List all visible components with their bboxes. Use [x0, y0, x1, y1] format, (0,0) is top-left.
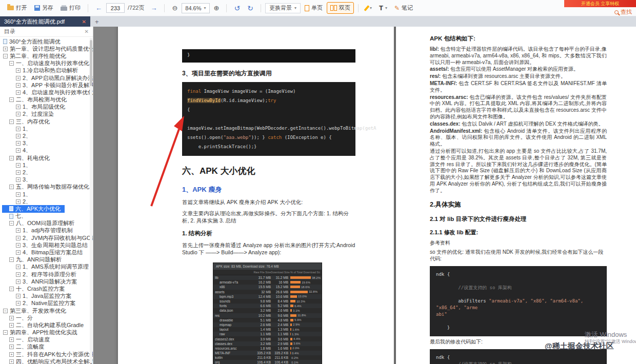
highlighter-tool[interactable]: ▾: [363, 4, 375, 13]
expand-icon[interactable]: +: [16, 199, 21, 204]
toc-item[interactable]: +3、: [2, 140, 93, 147]
expand-icon[interactable]: +: [3, 47, 8, 51]
collapse-icon[interactable]: −: [9, 287, 14, 291]
collapse-icon[interactable]: −: [3, 309, 8, 313]
toc-item[interactable]: −第四章、APP性能优化实战: [2, 329, 93, 336]
collapse-icon[interactable]: −: [9, 221, 14, 226]
toc-item[interactable]: +2、程序等待原理分析: [2, 271, 93, 278]
toc-item[interactable]: −第二章、程序性能优化: [2, 52, 93, 59]
expand-icon[interactable]: +: [16, 236, 21, 240]
toc-item[interactable]: +第一章、设计思想与代码质量优化: [2, 45, 93, 52]
toc-item[interactable]: +4、: [2, 147, 93, 154]
expand-icon[interactable]: +: [16, 228, 21, 233]
collapse-icon[interactable]: −: [9, 61, 14, 66]
toc-item[interactable]: +2、: [2, 132, 93, 139]
expand-icon[interactable]: +: [16, 265, 21, 269]
collapse-icon[interactable]: −: [3, 54, 8, 58]
redo-button[interactable]: ↻: [244, 3, 256, 14]
toc-item[interactable]: −五、网络传输与数据存储优化: [2, 184, 93, 191]
toc-item[interactable]: −第三章、开发效率优化: [2, 307, 93, 314]
open-button[interactable]: 打开: [4, 3, 30, 13]
text-tool[interactable]: T ▾: [376, 3, 390, 13]
toc-item[interactable]: −三、内存优化: [2, 118, 93, 125]
note-tool[interactable]: ✎ 笔记: [391, 3, 416, 13]
toc-item[interactable]: +1、布局层级优化: [2, 104, 93, 111]
collapse-icon[interactable]: −: [9, 156, 14, 160]
expand-icon[interactable]: +: [16, 134, 21, 138]
toc-item[interactable]: +2、过度渲染: [2, 111, 93, 118]
toc-item[interactable]: −九、ANR问题解析: [2, 256, 93, 264]
expand-icon[interactable]: +: [9, 345, 14, 349]
undo-button[interactable]: ↺: [231, 3, 243, 14]
expand-icon[interactable]: +: [9, 323, 14, 328]
sidebar-scrollbar[interactable]: [90, 38, 92, 363]
collapse-icon[interactable]: −: [9, 257, 14, 262]
expand-icon[interactable]: +: [16, 272, 21, 277]
expand-icon[interactable]: +: [16, 148, 21, 153]
change-background-dropdown[interactable]: 更换背景 ▾: [265, 3, 301, 13]
find-button[interactable]: 查找: [614, 8, 632, 16]
close-tab-icon[interactable]: ✕: [82, 19, 86, 25]
expand-icon[interactable]: +: [9, 316, 14, 320]
toc-item[interactable]: +4、启动速度与执行效率优化之Stri: [2, 89, 93, 96]
toc-item[interactable]: +2、Native层监控方案: [2, 300, 93, 307]
collapse-icon[interactable]: −: [9, 119, 14, 124]
toc-item[interactable]: +1、adj内存管理机制: [2, 227, 93, 234]
toc-item[interactable]: +1、: [2, 191, 93, 198]
zoom-out-button[interactable]: ⊖: [169, 3, 181, 13]
expand-icon[interactable]: +: [16, 294, 21, 298]
collapse-icon[interactable]: −: [3, 330, 8, 335]
expand-icon[interactable]: +: [16, 301, 21, 306]
toc-item[interactable]: +2、JVM内存回收机制与GC算法解: [2, 234, 93, 241]
toc-item[interactable]: +3、生命周期相关问题总结: [2, 241, 93, 249]
expand-icon[interactable]: +: [16, 90, 21, 95]
expand-icon[interactable]: +: [16, 127, 21, 131]
save-as-button[interactable]: 另存: [31, 3, 56, 13]
page-number-input[interactable]: [106, 3, 125, 13]
new-tab-button[interactable]: +: [90, 16, 104, 27]
scrollbar-thumb[interactable]: [90, 40, 92, 86]
toc-item[interactable]: +一、启动速度: [2, 336, 93, 343]
zoom-in-button[interactable]: ⊕: [211, 3, 223, 13]
toc-item[interactable]: +2、APP启动黑白屏解决办法: [2, 74, 93, 82]
next-page-button[interactable]: →: [147, 3, 160, 13]
toc-item[interactable]: +1、AMS系统时间调节原理: [2, 264, 93, 271]
collapse-icon[interactable]: −: [9, 97, 14, 102]
toc-item[interactable]: +1、: [2, 125, 93, 132]
toc-item[interactable]: −一、启动速度与执行效率优化: [2, 60, 93, 67]
toc-item[interactable]: +3、ANR问题解决方案: [2, 278, 93, 285]
toc-item[interactable]: +一、分: [2, 314, 93, 321]
document-tab[interactable]: 360°全方面性能调优.pdf ✕: [0, 16, 90, 27]
expand-icon[interactable]: +: [16, 192, 21, 197]
toc-item[interactable]: 六、APK大小优化: [2, 205, 65, 212]
expand-icon[interactable]: +: [16, 105, 21, 109]
toc-item[interactable]: +三、抖音在APK包大小资源优化的实践: [2, 351, 93, 358]
toc-item[interactable]: +二、流畅度: [2, 343, 93, 351]
expand-icon[interactable]: +: [16, 177, 21, 182]
toc-item[interactable]: −十、Crash监控方案: [2, 285, 93, 292]
expand-icon[interactable]: +: [16, 76, 21, 80]
expand-icon[interactable]: +: [9, 359, 14, 364]
toc-item[interactable]: +2、: [2, 169, 93, 176]
expand-icon[interactable]: +: [16, 279, 21, 284]
double-page-button[interactable]: 双页: [327, 2, 354, 14]
toc-item[interactable]: −四、耗电优化: [2, 154, 93, 161]
toc-item[interactable]: +二、自动化构建系统Gradle: [2, 321, 93, 329]
toc-item[interactable]: +1、Java层监控方案: [2, 293, 93, 300]
toc-item[interactable]: 360°全方面性能调优: [2, 38, 93, 45]
toc-item[interactable]: 七、: [2, 213, 93, 220]
promo-banner[interactable]: 开通会员 立享特权: [564, 0, 636, 7]
prev-page-button[interactable]: ←: [92, 3, 105, 13]
expand-icon[interactable]: +: [16, 141, 21, 146]
zoom-level-select[interactable]: 84.6% ▾: [182, 3, 209, 13]
expand-icon[interactable]: +: [16, 243, 21, 248]
toc-item[interactable]: +1、: [2, 161, 93, 169]
toc-item[interactable]: +四、优酷响应式布局技术全解析: [2, 358, 93, 364]
expand-icon[interactable]: +: [9, 337, 14, 342]
single-page-button[interactable]: 单页: [302, 3, 326, 13]
expand-icon[interactable]: +: [16, 68, 21, 73]
toc-item[interactable]: +4、Bitmap压缩方案总结: [2, 249, 93, 256]
expand-icon[interactable]: +: [16, 250, 21, 255]
toc-item[interactable]: +3、: [2, 176, 93, 184]
print-button[interactable]: 打印: [57, 3, 84, 13]
